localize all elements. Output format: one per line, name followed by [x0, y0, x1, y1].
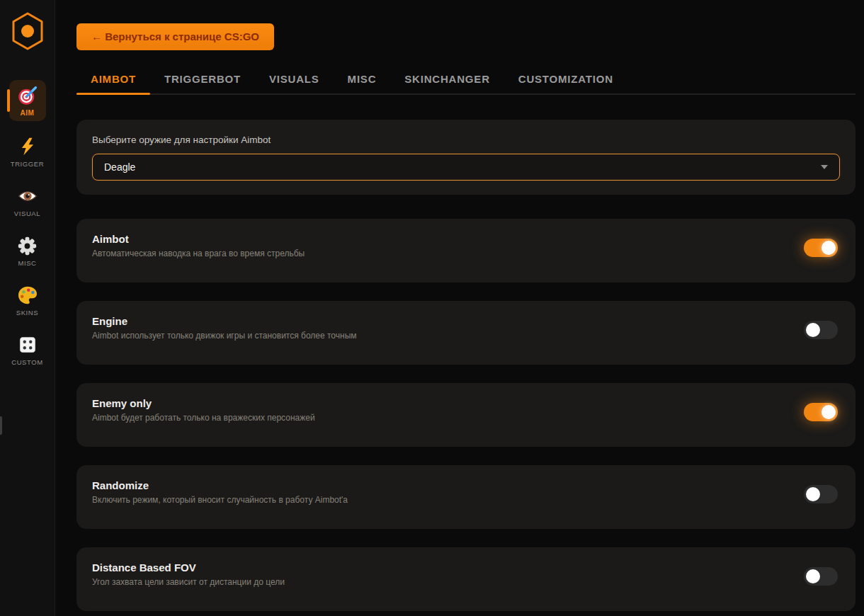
tab-skinchanger[interactable]: SKINCHANGER: [390, 67, 504, 93]
setting-row-engine: Engine Aimbot использует только движок и…: [76, 301, 856, 365]
weapon-select-value: Deagle: [104, 161, 135, 173]
setting-row-distance-based-fov: Distance Based FOV Угол захвата цели зав…: [76, 547, 856, 611]
eye-icon: [18, 186, 38, 206]
target-dart-icon: [18, 86, 38, 105]
setting-description: Aimbot использует только движок игры и с…: [92, 331, 357, 341]
sidebar-item-trigger[interactable]: TRIGGER: [8, 134, 47, 171]
weapon-select[interactable]: Deagle: [92, 154, 840, 181]
toggle-knob: [806, 323, 820, 337]
setting-text: Randomize Включить режим, который вносит…: [92, 479, 348, 506]
tab-aimbot[interactable]: AIMBOT: [76, 67, 150, 93]
tab-bar: AIMBOT TRIGGERBOT VISUALS MISC SKINCHANG…: [76, 67, 856, 95]
back-to-csgo-button[interactable]: ← Вернуться к странице CS:GO: [76, 23, 274, 50]
toggle-aimbot[interactable]: [804, 239, 838, 257]
tab-customization[interactable]: CUSTOMIZATION: [504, 67, 627, 93]
toggle-knob: [822, 405, 836, 419]
dropdown-arrow-icon: [821, 165, 828, 169]
weapon-selector-label: Выберите оружие для настройки Aimbot: [92, 135, 840, 145]
gear-icon: [18, 236, 38, 256]
setting-description: Автоматическая наводка на врага во время…: [92, 249, 305, 259]
hexagon-logo-icon: [10, 11, 45, 52]
sidebar-item-label: AIM: [20, 109, 34, 117]
setting-title: Aimbot: [92, 232, 305, 246]
toggle-distance-based-fov[interactable]: [804, 567, 838, 586]
app-logo[interactable]: [10, 11, 45, 52]
setting-text: Enemy only Aimbot будет работать только …: [92, 397, 315, 423]
dice-icon: [18, 335, 38, 355]
lightning-icon: [18, 137, 38, 156]
sidebar-item-label: MISC: [18, 259, 36, 267]
setting-description: Включить режим, который вносит случайнос…: [92, 495, 348, 506]
main-content: ← Вернуться к странице CS:GO AIMBOT TRIG…: [56, 0, 864, 616]
tab-triggerbot[interactable]: TRIGGERBOT: [150, 67, 255, 93]
sidebar-item-skins[interactable]: SKINS: [8, 283, 47, 319]
toggle-engine[interactable]: [804, 321, 838, 339]
sidebar-item-label: TRIGGER: [11, 160, 44, 168]
setting-description: Угол захвата цели зависит от дистанции д…: [92, 577, 285, 588]
sidebar-nav: AIM TRIGGER VISUAL: [8, 80, 47, 369]
setting-row-aimbot: Aimbot Автоматическая наводка на врага в…: [76, 219, 856, 283]
toggle-enemy-only[interactable]: [804, 403, 838, 421]
setting-text: Aimbot Автоматическая наводка на врага в…: [92, 232, 305, 259]
sidebar-item-label: VISUAL: [14, 210, 40, 217]
tab-misc[interactable]: MISC: [334, 67, 391, 93]
toggle-knob: [806, 487, 820, 501]
setting-description: Aimbot будет работать только на вражески…: [92, 413, 315, 423]
setting-title: Enemy only: [92, 397, 315, 410]
sidebar: AIM TRIGGER VISUAL: [0, 0, 55, 616]
sidebar-item-aim[interactable]: AIM: [9, 80, 46, 121]
setting-text: Engine Aimbot использует только движок и…: [92, 314, 357, 341]
sidebar-item-custom[interactable]: CUSTOM: [8, 332, 47, 369]
palette-icon: [18, 285, 38, 305]
toggle-randomize[interactable]: [804, 485, 838, 503]
scrollbar-thumb[interactable]: [0, 416, 2, 435]
setting-row-randomize: Randomize Включить режим, который вносит…: [76, 465, 856, 529]
setting-title: Randomize: [92, 479, 348, 492]
setting-text: Distance Based FOV Угол захвата цели зав…: [92, 561, 285, 588]
sidebar-item-label: CUSTOM: [11, 358, 43, 366]
toggle-knob: [806, 569, 820, 583]
setting-row-enemy-only: Enemy only Aimbot будет работать только …: [76, 383, 856, 447]
sidebar-item-visual[interactable]: VISUAL: [8, 183, 47, 220]
sidebar-item-misc[interactable]: MISC: [8, 233, 47, 270]
weapon-selector-card: Выберите оружие для настройки Aimbot Dea…: [76, 120, 856, 195]
tab-visuals[interactable]: VISUALS: [255, 67, 334, 93]
setting-title: Distance Based FOV: [92, 561, 285, 574]
setting-title: Engine: [92, 314, 357, 328]
toggle-knob: [822, 241, 836, 255]
sidebar-item-label: SKINS: [16, 309, 39, 316]
